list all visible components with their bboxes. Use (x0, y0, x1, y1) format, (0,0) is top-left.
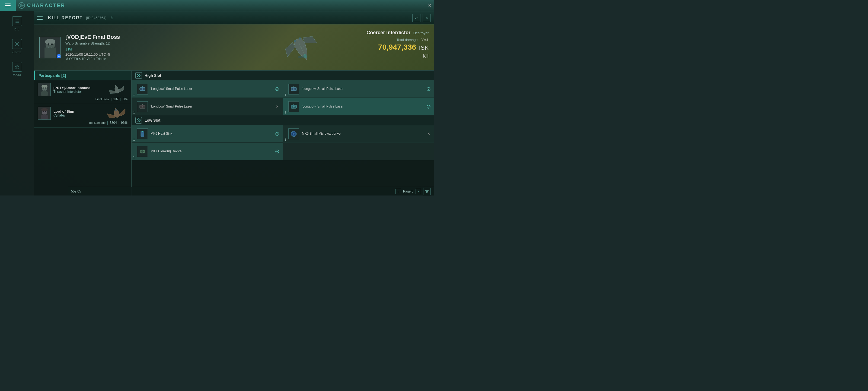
participants-title: Participants [2] (38, 73, 66, 78)
svg-point-13 (51, 43, 53, 45)
participant-info-1: [PRTY]Amarr Inbound Thrasher Interdictor (54, 86, 91, 94)
svg-point-27 (42, 87, 44, 89)
panel-close-button[interactable]: × (423, 14, 431, 22)
combat-icon (12, 39, 22, 49)
app-close-button[interactable]: × (428, 2, 431, 9)
item-icon-1 (137, 84, 148, 94)
final-blow-label: Final Blow (95, 97, 109, 101)
participant-name-2: Lord of Sinn (54, 109, 74, 113)
item-icon-2 (288, 84, 299, 94)
participant-percent-2: 96% (121, 121, 127, 124)
participant-damage-2: 3804 (110, 121, 117, 124)
svg-point-28 (45, 87, 46, 89)
participant-damage-1: 137 (113, 97, 119, 101)
low-item-qty-3: 1 (133, 156, 135, 159)
item-name-2: 'Longbow' Small Pulse Laser (302, 87, 423, 91)
prev-page-button[interactable]: ‹ (396, 189, 401, 194)
item-name-1: 'Longbow' Small Pulse Laser (151, 87, 272, 91)
bottom-bar: 552.05 ‹ Page 5 › (68, 187, 434, 196)
svg-point-53 (293, 88, 294, 90)
page-indicator: Page 5 (403, 190, 413, 193)
item-icon-4 (288, 101, 299, 112)
svg-point-11 (45, 38, 55, 45)
low-slot-section: Low Slot 1 (131, 115, 434, 160)
svg-point-79 (141, 150, 144, 152)
external-link-button[interactable]: ⤢ (412, 14, 421, 22)
low-item-name-1: MK5 Heat Sink (151, 132, 272, 136)
item-qty-4: 1 (284, 111, 286, 114)
participant-portrait-1 (38, 83, 51, 96)
low-item-icon-2 (288, 129, 299, 139)
participant-name-1: [PRTY]Amarr Inbound (54, 86, 91, 90)
svg-marker-39 (107, 112, 115, 119)
low-slot-items-grid: 1 MK5 Heat Si (131, 125, 434, 160)
top-bar: CHARACTER × (0, 0, 434, 11)
high-slot-item-1[interactable]: 1 'Longbow' Small Pulse Laser (131, 80, 283, 98)
kill-ship-name: Coercer Interdictor Destroyer (367, 30, 429, 35)
stat-separator-2: | (120, 97, 121, 101)
item-status-3: ✕ (275, 104, 280, 109)
low-item-name-2: MK5 Small Microwarpdrive (302, 132, 423, 136)
damage-label: Total damage: (397, 38, 419, 42)
character-banner: + [VOD]EvE Final Boss Warp Scramble Stre… (34, 24, 434, 71)
svg-point-35 (41, 108, 48, 111)
low-item-icon-1 (137, 129, 148, 139)
low-item-icon-3 (137, 146, 148, 157)
low-slot-icon (135, 117, 142, 123)
menu-button[interactable] (0, 0, 16, 11)
participant-stats-2: Top Damage | 3804 | 96% (38, 121, 127, 124)
svg-rect-66 (141, 131, 144, 137)
low-item-name-3: MK7 Cloaking Device (151, 149, 272, 154)
participant-ship-2: Cynabal (54, 113, 74, 117)
participant-ship-image-2 (106, 107, 127, 119)
high-slot-item-2[interactable]: 1 'Longbow' Small Pulse Laser (283, 80, 434, 98)
ship-type-text: Destroyer (413, 31, 429, 35)
svg-rect-10 (44, 48, 56, 58)
sidebar-item-combat-label: Comb (12, 51, 22, 54)
low-slot-item-empty (283, 143, 434, 160)
svg-point-36 (42, 111, 44, 112)
participant-portrait-2 (38, 107, 51, 120)
add-contact-button[interactable]: + (57, 54, 61, 58)
svg-point-62 (293, 106, 294, 108)
copy-icon[interactable]: ⎘ (111, 16, 113, 20)
isk-value: 70,947,336 (378, 43, 416, 51)
participant-item[interactable]: [PRTY]Amarr Inbound Thrasher Interdictor (34, 80, 131, 104)
high-slot-title: High Slot (145, 73, 161, 78)
sidebar-item-bio-label: Bio (14, 28, 20, 31)
low-slot-item-3[interactable]: 1 MK7 Cloaking Device (131, 143, 283, 160)
sidebar: ☰ Bio Comb Meda (0, 11, 34, 196)
item-status-2 (426, 86, 431, 92)
participant-top: [PRTY]Amarr Inbound Thrasher Interdictor (38, 83, 127, 96)
low-item-qty-1: 1 (133, 138, 135, 141)
app-logo (19, 2, 25, 9)
app-title: CHARACTER (27, 3, 65, 8)
character-portrait: + (39, 37, 61, 58)
next-page-button[interactable]: › (415, 189, 421, 194)
panel-menu-button[interactable] (37, 14, 45, 22)
stat-separator: | (111, 97, 112, 101)
participants-section-header: Participants [2] (34, 71, 131, 80)
participant-stats-1: Final Blow | 137 | 3% (38, 97, 127, 101)
low-slot-title: Low Slot (145, 118, 160, 122)
high-slot-item-4[interactable]: 1 'Longbow' Small Pulse Laser (283, 98, 434, 115)
low-item-status-3 (275, 149, 280, 154)
sidebar-item-medals-label: Meda (13, 73, 22, 77)
sidebar-item-combat[interactable]: Comb (12, 39, 22, 54)
low-slot-item-1[interactable]: 1 MK5 Heat Si (131, 125, 283, 143)
sidebar-item-medals[interactable]: Meda (12, 62, 22, 77)
low-item-status-2: ✕ (426, 131, 431, 137)
damage-value: 3941 (421, 38, 429, 42)
participant-item-2[interactable]: Lord of Sinn Cynabal (34, 104, 131, 128)
item-icon-3 (137, 101, 148, 112)
kill-type: Kill (423, 54, 429, 58)
low-item-qty-2: 1 (284, 138, 286, 141)
high-slot-item-3[interactable]: 1 'Longbow' Small Pulse Laser ✕ (131, 98, 283, 115)
sidebar-item-bio[interactable]: ☰ Bio (12, 16, 22, 31)
svg-marker-31 (118, 86, 125, 92)
svg-point-12 (48, 43, 50, 45)
item-status-1 (275, 86, 280, 92)
panel-actions: ⤢ × (412, 14, 431, 22)
filter-button[interactable] (423, 188, 431, 195)
low-slot-item-2[interactable]: 1 MK5 Small Microwarpdrive (283, 125, 434, 143)
